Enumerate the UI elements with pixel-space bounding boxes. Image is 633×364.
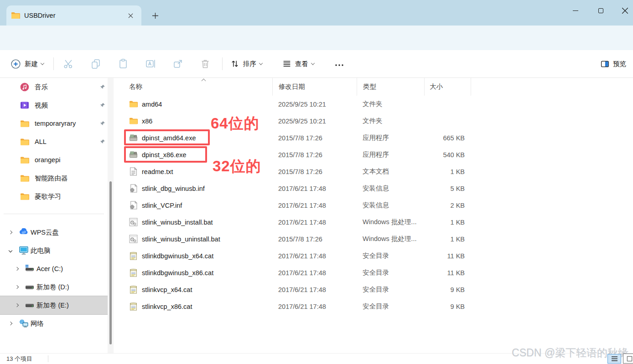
sort-button[interactable]: 排序 <box>230 50 262 77</box>
annotation-box-32bit <box>124 146 207 163</box>
file-size: 665 KB <box>424 134 471 142</box>
sidebar-item-label: Acer (C:) <box>36 265 63 272</box>
pin-icon <box>99 84 105 90</box>
file-row-vcp-x86-cat[interactable]: stlinkvcp_x86.cat 2017/6/21 17:48 安全目录 9… <box>116 298 633 315</box>
sidebar-item-drive-c[interactable]: Acer (C:) <box>0 260 108 278</box>
column-header-date[interactable]: 修改日期 <box>272 78 357 96</box>
sidebar-item-drive-e[interactable]: 新加卷 (E:) <box>0 296 108 314</box>
file-row-vcp-x64-cat[interactable]: stlinkvcp_x64.cat 2017/6/21 17:48 安全目录 9… <box>116 281 633 298</box>
file-type: Windows 批处理... <box>357 235 424 243</box>
sidebar-item-this-pc[interactable]: 此电脑 <box>0 241 108 260</box>
sidebar-item-temporaryrary[interactable]: temporaryrary <box>0 114 108 133</box>
close-button[interactable] <box>617 0 633 21</box>
more-options-button[interactable] <box>334 60 345 71</box>
column-header-size[interactable]: 大小 <box>424 78 471 96</box>
video-icon <box>20 101 29 110</box>
cut-button[interactable] <box>63 58 74 69</box>
sidebar-item-label: 此电脑 <box>31 246 51 255</box>
sidebar-item-smart-router[interactable]: 智能路由器 <box>0 169 108 187</box>
minimize-button[interactable] <box>565 0 586 21</box>
toolbar-divider <box>53 57 54 70</box>
drive-windows-icon <box>25 264 34 272</box>
thumbnail-view-toggle[interactable] <box>623 354 633 364</box>
text-file-icon <box>129 167 138 176</box>
file-row-dbgwinusb-x86-cat[interactable]: stlinkdbgwinusb_x86.cat 2017/6/21 17:48 … <box>116 264 633 281</box>
sidebar-item-drive-d[interactable]: 新加卷 (D:) <box>0 278 108 296</box>
delete-button[interactable] <box>200 58 211 69</box>
batch-file-icon <box>129 218 138 226</box>
setup-info-icon <box>129 201 138 210</box>
catalog-file-icon <box>129 268 138 277</box>
file-size: 9 KB <box>424 303 471 310</box>
file-date: 2025/9/25 10:21 <box>272 118 357 125</box>
new-tab-button[interactable] <box>149 9 161 22</box>
sidebar-item-lingge-study[interactable]: 菱歌学习 <box>0 187 108 205</box>
file-size: 5 KB <box>424 185 471 192</box>
share-button[interactable] <box>172 58 183 69</box>
sidebar-item-label: ALL <box>35 138 47 145</box>
file-row-x86[interactable]: x86 2025/9/25 10:21 文件夹 <box>116 113 633 129</box>
catalog-file-icon <box>129 302 138 311</box>
folder-icon <box>11 11 20 20</box>
file-size: 9 KB <box>424 286 471 293</box>
file-type: 安全目录 <box>357 285 424 294</box>
view-button[interactable]: 查看 <box>282 50 314 77</box>
chevron-down-icon[interactable] <box>7 247 14 254</box>
maximize-button[interactable] <box>590 0 611 21</box>
catalog-file-icon <box>129 251 138 260</box>
sidebar-item-videos[interactable]: 视频 <box>0 96 108 114</box>
file-size: 2 KB <box>424 202 471 209</box>
close-icon <box>622 8 628 14</box>
file-date: 2015/7/8 17:26 <box>272 134 357 142</box>
file-row-dbgwinusb-x64-cat[interactable]: stlinkdbgwinusb_x64.cat 2017/6/21 17:48 … <box>116 247 633 264</box>
copy-button[interactable] <box>90 58 101 69</box>
sidebar-item-label: 视频 <box>35 101 48 110</box>
file-size: 540 KB <box>424 151 471 159</box>
sidebar-item-label: 音乐 <box>35 83 48 92</box>
view-button-label: 查看 <box>295 60 308 68</box>
column-header-type[interactable]: 类型 <box>357 78 424 96</box>
sidebar-item-wps-cloud[interactable]: WPS云盘 <box>0 223 108 241</box>
list-view-icon <box>611 356 618 362</box>
paste-button[interactable] <box>118 58 129 69</box>
chevron-right-icon[interactable] <box>7 229 14 236</box>
rename-button[interactable] <box>145 58 156 69</box>
file-type: 安装信息 <box>357 184 424 193</box>
file-row-amd64[interactable]: amd64 2025/9/25 10:21 文件夹 <box>116 96 633 113</box>
preview-button[interactable]: 预览 <box>600 50 626 77</box>
file-row-stlink-dbg-winusb-inf[interactable]: stlink_dbg_winusb.inf 2017/6/21 17:48 安装… <box>116 180 633 197</box>
sidebar-item-all[interactable]: ALL <box>0 133 108 151</box>
chevron-right-icon[interactable] <box>7 320 14 327</box>
details-view-toggle[interactable] <box>607 354 621 364</box>
file-type: 文本文档 <box>357 167 424 176</box>
sidebar-item-music[interactable]: 音乐 <box>0 78 108 96</box>
file-name: stlinkvcp_x86.cat <box>142 303 192 310</box>
explorer-tab[interactable]: USBDriver <box>6 5 141 26</box>
file-row-winusb-uninstall-bat[interactable]: stlink_winusb_uninstall.bat 2015/7/8 17:… <box>116 231 633 247</box>
command-toolbar: 新建 排序 查看 预览 <box>0 50 633 78</box>
folder-icon <box>20 156 29 164</box>
sidebar-item-orangepi[interactable]: orangepi <box>0 151 108 169</box>
folder-icon <box>20 193 29 200</box>
drive-icon <box>25 284 34 291</box>
file-row-stlink-vcp-inf[interactable]: stlink_VCP.inf 2017/6/21 17:48 安装信息 2 KB <box>116 197 633 214</box>
file-date: 2017/6/21 17:48 <box>272 202 357 209</box>
chevron-right-icon[interactable] <box>14 284 20 290</box>
annotation-box-64bit <box>124 129 210 145</box>
sidebar-item-label: 新加卷 (E:) <box>36 301 69 310</box>
file-date: 2025/9/25 10:21 <box>272 101 357 108</box>
file-row-winusb-install-bat[interactable]: stlink_winusb_install.bat 2017/6/21 17:4… <box>116 214 633 231</box>
file-type: Windows 批处理... <box>357 218 424 226</box>
new-button[interactable]: 新建 <box>10 50 44 77</box>
sidebar-scrollbar-thumb[interactable] <box>109 181 112 344</box>
column-header-name[interactable]: 名称 <box>116 78 272 96</box>
chevron-right-icon[interactable] <box>14 266 20 272</box>
chevron-right-icon[interactable] <box>14 302 20 308</box>
file-size: 11 KB <box>424 269 471 277</box>
tab-close-button[interactable] <box>124 9 137 22</box>
file-row-readme[interactable]: readme.txt 2015/7/8 17:26 文本文档 1 KB <box>116 163 633 180</box>
preview-icon <box>600 59 610 69</box>
close-icon <box>128 13 133 18</box>
sidebar-item-network[interactable]: 网络 <box>0 314 108 333</box>
file-name: stlink_winusb_uninstall.bat <box>142 236 220 243</box>
